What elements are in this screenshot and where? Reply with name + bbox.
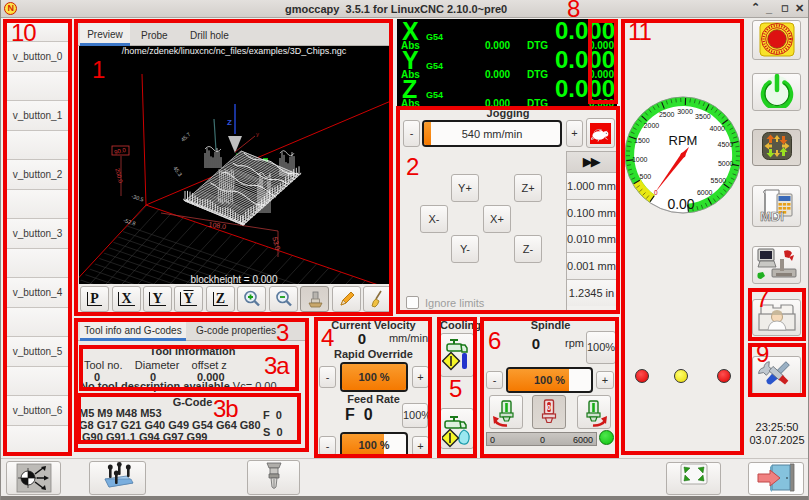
svg-text:0.00: 0.00 bbox=[667, 196, 694, 212]
svg-text:4000: 4000 bbox=[709, 125, 725, 132]
svg-text:1000: 1000 bbox=[632, 156, 648, 163]
svg-text:45.7: 45.7 bbox=[180, 131, 192, 143]
svg-text:45.3: 45.3 bbox=[172, 165, 183, 177]
svg-text:-30.5: -30.5 bbox=[131, 193, 145, 202]
svg-text:RPM: RPM bbox=[669, 133, 698, 148]
svg-text:4500: 4500 bbox=[718, 141, 734, 148]
svg-text:500: 500 bbox=[640, 173, 652, 180]
svg-text:y: y bbox=[256, 131, 259, 137]
svg-text:Z: Z bbox=[227, 118, 232, 127]
svg-text:blockheight = 0.000: blockheight = 0.000 bbox=[190, 274, 277, 284]
svg-text:MDI: MDI bbox=[760, 209, 784, 224]
svg-text:0: 0 bbox=[654, 189, 658, 196]
svg-text:5500: 5500 bbox=[711, 177, 727, 184]
svg-text:3000: 3000 bbox=[677, 108, 693, 115]
svg-text:108.0: 108.0 bbox=[208, 221, 227, 231]
svg-text:5000: 5000 bbox=[718, 160, 734, 167]
svg-text:/home/zdenek/linuxcnc/nc_files: /home/zdenek/linuxcnc/nc_files/examples/… bbox=[122, 46, 347, 56]
svg-text:0: 0 bbox=[547, 404, 551, 411]
svg-text:2500: 2500 bbox=[659, 111, 675, 118]
svg-text:1500: 1500 bbox=[634, 137, 650, 144]
svg-text:2000: 2000 bbox=[644, 122, 660, 129]
svg-text:200.0: 200.0 bbox=[114, 168, 124, 185]
svg-text:90.0: 90.0 bbox=[114, 147, 127, 156]
svg-text:6000: 6000 bbox=[697, 189, 713, 196]
svg-text:3500: 3500 bbox=[695, 113, 711, 120]
